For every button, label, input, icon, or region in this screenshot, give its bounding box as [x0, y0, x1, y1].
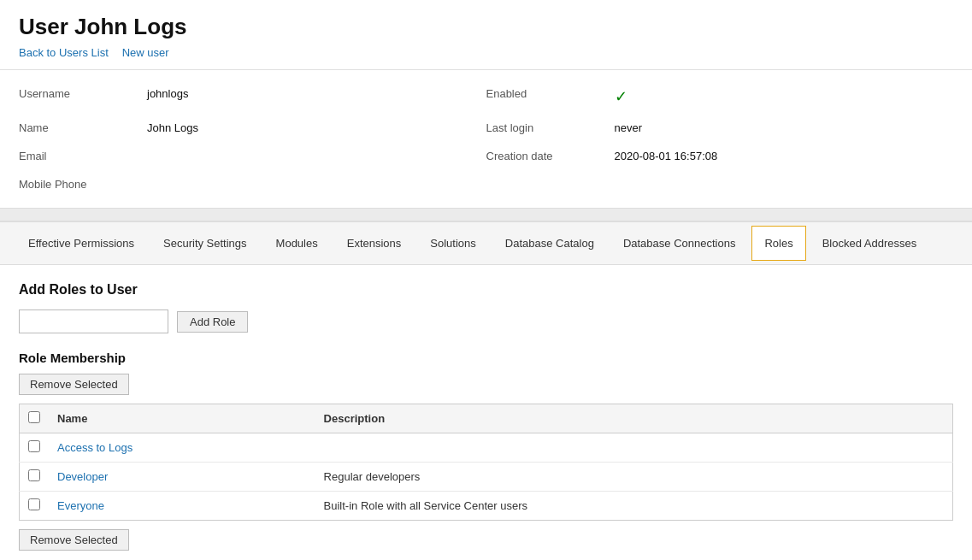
username-value: johnlogs: [147, 84, 486, 109]
tabs-bar: Effective Permissions Security Settings …: [0, 221, 972, 265]
roles-table-body: Access to Logs Developer Regular develop…: [20, 433, 953, 521]
new-user-link[interactable]: New user: [122, 46, 169, 59]
row-checkbox[interactable]: [28, 469, 40, 481]
tab-database-catalog[interactable]: Database Catalog: [492, 226, 607, 261]
col-name-header: Name: [49, 404, 315, 433]
role-name-link[interactable]: Everyone: [57, 499, 104, 512]
tab-modules[interactable]: Modules: [263, 226, 331, 261]
role-name-cell: Developer: [49, 463, 315, 492]
tab-database-connections[interactable]: Database Connections: [610, 226, 749, 261]
creation-date-value: 2020-08-01 16:57:08: [615, 146, 954, 166]
section-separator: [0, 208, 972, 221]
back-to-users-list-link[interactable]: Back to Users List: [19, 46, 109, 59]
roles-table-header-row: Name Description: [20, 404, 953, 433]
name-value: John Logs: [147, 118, 486, 138]
role-desc-cell: Built-in Role with all Service Center us…: [315, 492, 953, 521]
mobile-value: [147, 174, 486, 194]
bottom-remove-container: Remove Selected: [19, 529, 953, 559]
last-login-value: never: [615, 118, 954, 138]
select-all-checkbox[interactable]: [28, 411, 40, 423]
email-label: Email: [19, 146, 147, 166]
roles-table-header: Name Description: [20, 404, 953, 433]
role-desc-cell: [315, 433, 953, 463]
creation-date-label: Creation date: [486, 146, 615, 166]
table-row: Developer Regular developers: [20, 463, 953, 492]
email-value: [147, 146, 486, 166]
tab-roles[interactable]: Roles: [751, 226, 805, 261]
tab-blocked-addresses[interactable]: Blocked Addresses: [810, 226, 930, 261]
username-label: Username: [19, 84, 147, 109]
role-name-cell: Everyone: [49, 492, 315, 521]
tab-content-roles: Add Roles to User Add Role Role Membersh…: [0, 265, 972, 560]
row-checkbox[interactable]: [28, 498, 40, 510]
roles-table: Name Description Access to Logs Develope: [19, 404, 953, 521]
role-desc-cell: Regular developers: [315, 463, 953, 492]
col-checkbox-header: [20, 404, 50, 433]
page-header: User John Logs Back to Users List New us…: [0, 0, 972, 70]
role-name-link[interactable]: Access to Logs: [57, 441, 133, 454]
row-checkbox-cell: [20, 463, 50, 492]
role-name-cell: Access to Logs: [49, 433, 315, 463]
header-links: Back to Users List New user: [19, 45, 953, 59]
add-role-input[interactable]: [19, 309, 168, 333]
enabled-label: Enabled: [486, 84, 615, 109]
row-checkbox[interactable]: [28, 440, 40, 452]
remove-selected-bottom-button[interactable]: Remove Selected: [19, 529, 129, 551]
tab-security-settings[interactable]: Security Settings: [150, 226, 260, 261]
user-info-section: Username johnlogs Enabled ✓ Name John Lo…: [0, 70, 972, 208]
remove-selected-top-button[interactable]: Remove Selected: [19, 374, 129, 395]
last-login-label: Last login: [486, 118, 615, 138]
add-role-row: Add Role: [19, 309, 953, 333]
tab-effective-permissions[interactable]: Effective Permissions: [15, 226, 147, 261]
enabled-value: ✓: [615, 84, 954, 109]
tab-extensions[interactable]: Extensions: [334, 226, 415, 261]
table-row: Everyone Built-in Role with all Service …: [20, 492, 953, 521]
name-label: Name: [19, 118, 147, 138]
table-row: Access to Logs: [20, 433, 953, 463]
user-info-grid: Username johnlogs Enabled ✓ Name John Lo…: [19, 84, 953, 194]
add-role-button[interactable]: Add Role: [177, 311, 248, 333]
role-name-link[interactable]: Developer: [57, 470, 108, 483]
mobile-label: Mobile Phone: [19, 174, 147, 194]
page-title: User John Logs: [19, 14, 953, 40]
tab-solutions[interactable]: Solutions: [417, 226, 488, 261]
add-roles-title: Add Roles to User: [19, 282, 953, 298]
row-checkbox-cell: [20, 433, 50, 463]
row-checkbox-cell: [20, 492, 50, 521]
role-membership-title: Role Membership: [19, 351, 953, 365]
col-description-header: Description: [315, 404, 953, 433]
